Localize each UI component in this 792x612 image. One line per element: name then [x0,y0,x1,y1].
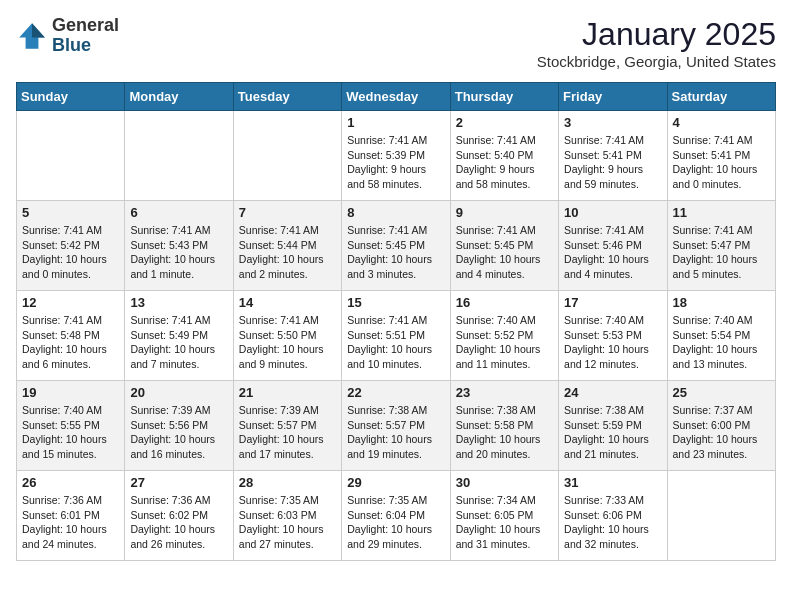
day-number: 4 [673,115,770,130]
cell-info: Sunrise: 7:38 AMSunset: 5:57 PMDaylight:… [347,403,444,462]
day-number: 26 [22,475,119,490]
cell-info: Sunrise: 7:38 AMSunset: 5:58 PMDaylight:… [456,403,553,462]
cell-info: Sunrise: 7:41 AMSunset: 5:43 PMDaylight:… [130,223,227,282]
header-monday: Monday [125,83,233,111]
day-number: 10 [564,205,661,220]
logo-icon [16,20,48,52]
cell-info: Sunrise: 7:37 AMSunset: 6:00 PMDaylight:… [673,403,770,462]
cell-info: Sunrise: 7:41 AMSunset: 5:50 PMDaylight:… [239,313,336,372]
cell-info: Sunrise: 7:41 AMSunset: 5:48 PMDaylight:… [22,313,119,372]
calendar-cell: 4Sunrise: 7:41 AMSunset: 5:41 PMDaylight… [667,111,775,201]
calendar-cell: 29Sunrise: 7:35 AMSunset: 6:04 PMDayligh… [342,471,450,561]
calendar-cell: 10Sunrise: 7:41 AMSunset: 5:46 PMDayligh… [559,201,667,291]
day-number: 15 [347,295,444,310]
day-number: 18 [673,295,770,310]
cell-info: Sunrise: 7:41 AMSunset: 5:39 PMDaylight:… [347,133,444,192]
cell-info: Sunrise: 7:40 AMSunset: 5:52 PMDaylight:… [456,313,553,372]
calendar-cell [233,111,341,201]
header-saturday: Saturday [667,83,775,111]
day-number: 29 [347,475,444,490]
day-number: 20 [130,385,227,400]
svg-marker-1 [32,23,45,37]
logo-general: General [52,16,119,36]
cell-info: Sunrise: 7:41 AMSunset: 5:41 PMDaylight:… [673,133,770,192]
cell-info: Sunrise: 7:35 AMSunset: 6:04 PMDaylight:… [347,493,444,552]
week-row-2: 5Sunrise: 7:41 AMSunset: 5:42 PMDaylight… [17,201,776,291]
cell-info: Sunrise: 7:39 AMSunset: 5:57 PMDaylight:… [239,403,336,462]
day-number: 6 [130,205,227,220]
page-header: General Blue January 2025 Stockbridge, G… [16,16,776,70]
calendar-cell: 11Sunrise: 7:41 AMSunset: 5:47 PMDayligh… [667,201,775,291]
day-number: 28 [239,475,336,490]
calendar-cell: 13Sunrise: 7:41 AMSunset: 5:49 PMDayligh… [125,291,233,381]
location: Stockbridge, Georgia, United States [537,53,776,70]
day-number: 23 [456,385,553,400]
calendar-cell: 31Sunrise: 7:33 AMSunset: 6:06 PMDayligh… [559,471,667,561]
cell-info: Sunrise: 7:41 AMSunset: 5:40 PMDaylight:… [456,133,553,192]
day-number: 31 [564,475,661,490]
day-number: 2 [456,115,553,130]
day-number: 21 [239,385,336,400]
calendar-cell: 25Sunrise: 7:37 AMSunset: 6:00 PMDayligh… [667,381,775,471]
month-title: January 2025 [537,16,776,53]
calendar-cell: 27Sunrise: 7:36 AMSunset: 6:02 PMDayligh… [125,471,233,561]
cell-info: Sunrise: 7:38 AMSunset: 5:59 PMDaylight:… [564,403,661,462]
cell-info: Sunrise: 7:41 AMSunset: 5:45 PMDaylight:… [456,223,553,282]
week-row-1: 1Sunrise: 7:41 AMSunset: 5:39 PMDaylight… [17,111,776,201]
logo-text: General Blue [52,16,119,56]
day-number: 17 [564,295,661,310]
calendar-header-row: SundayMondayTuesdayWednesdayThursdayFrid… [17,83,776,111]
cell-info: Sunrise: 7:40 AMSunset: 5:53 PMDaylight:… [564,313,661,372]
cell-info: Sunrise: 7:41 AMSunset: 5:44 PMDaylight:… [239,223,336,282]
calendar-cell: 30Sunrise: 7:34 AMSunset: 6:05 PMDayligh… [450,471,558,561]
cell-info: Sunrise: 7:41 AMSunset: 5:47 PMDaylight:… [673,223,770,282]
cell-info: Sunrise: 7:33 AMSunset: 6:06 PMDaylight:… [564,493,661,552]
calendar-cell: 2Sunrise: 7:41 AMSunset: 5:40 PMDaylight… [450,111,558,201]
cell-info: Sunrise: 7:41 AMSunset: 5:45 PMDaylight:… [347,223,444,282]
calendar-cell: 6Sunrise: 7:41 AMSunset: 5:43 PMDaylight… [125,201,233,291]
day-number: 9 [456,205,553,220]
day-number: 30 [456,475,553,490]
day-number: 14 [239,295,336,310]
calendar-cell [17,111,125,201]
title-block: January 2025 Stockbridge, Georgia, Unite… [537,16,776,70]
calendar-cell: 5Sunrise: 7:41 AMSunset: 5:42 PMDaylight… [17,201,125,291]
week-row-4: 19Sunrise: 7:40 AMSunset: 5:55 PMDayligh… [17,381,776,471]
calendar-cell [125,111,233,201]
calendar-cell: 3Sunrise: 7:41 AMSunset: 5:41 PMDaylight… [559,111,667,201]
calendar-cell: 21Sunrise: 7:39 AMSunset: 5:57 PMDayligh… [233,381,341,471]
calendar-cell: 17Sunrise: 7:40 AMSunset: 5:53 PMDayligh… [559,291,667,381]
calendar-cell: 18Sunrise: 7:40 AMSunset: 5:54 PMDayligh… [667,291,775,381]
day-number: 1 [347,115,444,130]
week-row-5: 26Sunrise: 7:36 AMSunset: 6:01 PMDayligh… [17,471,776,561]
calendar-cell: 24Sunrise: 7:38 AMSunset: 5:59 PMDayligh… [559,381,667,471]
calendar-cell: 9Sunrise: 7:41 AMSunset: 5:45 PMDaylight… [450,201,558,291]
calendar-cell: 16Sunrise: 7:40 AMSunset: 5:52 PMDayligh… [450,291,558,381]
calendar-cell: 22Sunrise: 7:38 AMSunset: 5:57 PMDayligh… [342,381,450,471]
week-row-3: 12Sunrise: 7:41 AMSunset: 5:48 PMDayligh… [17,291,776,381]
calendar-cell: 14Sunrise: 7:41 AMSunset: 5:50 PMDayligh… [233,291,341,381]
day-number: 16 [456,295,553,310]
logo-blue: Blue [52,36,119,56]
day-number: 5 [22,205,119,220]
day-number: 22 [347,385,444,400]
calendar-cell: 15Sunrise: 7:41 AMSunset: 5:51 PMDayligh… [342,291,450,381]
cell-info: Sunrise: 7:41 AMSunset: 5:41 PMDaylight:… [564,133,661,192]
logo: General Blue [16,16,119,56]
day-number: 3 [564,115,661,130]
cell-info: Sunrise: 7:36 AMSunset: 6:02 PMDaylight:… [130,493,227,552]
cell-info: Sunrise: 7:41 AMSunset: 5:46 PMDaylight:… [564,223,661,282]
calendar-cell: 8Sunrise: 7:41 AMSunset: 5:45 PMDaylight… [342,201,450,291]
calendar-cell [667,471,775,561]
cell-info: Sunrise: 7:34 AMSunset: 6:05 PMDaylight:… [456,493,553,552]
day-number: 27 [130,475,227,490]
cell-info: Sunrise: 7:40 AMSunset: 5:55 PMDaylight:… [22,403,119,462]
calendar-cell: 7Sunrise: 7:41 AMSunset: 5:44 PMDaylight… [233,201,341,291]
cell-info: Sunrise: 7:40 AMSunset: 5:54 PMDaylight:… [673,313,770,372]
day-number: 12 [22,295,119,310]
cell-info: Sunrise: 7:39 AMSunset: 5:56 PMDaylight:… [130,403,227,462]
calendar-cell: 12Sunrise: 7:41 AMSunset: 5:48 PMDayligh… [17,291,125,381]
header-thursday: Thursday [450,83,558,111]
cell-info: Sunrise: 7:35 AMSunset: 6:03 PMDaylight:… [239,493,336,552]
cell-info: Sunrise: 7:36 AMSunset: 6:01 PMDaylight:… [22,493,119,552]
